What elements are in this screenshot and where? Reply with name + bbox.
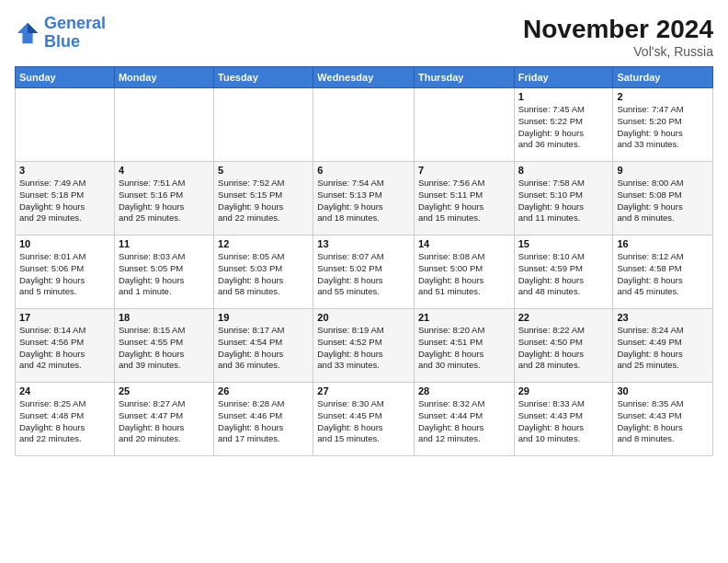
calendar-cell: 18Sunrise: 8:15 AM Sunset: 4:55 PM Dayli… bbox=[114, 309, 213, 383]
day-number: 30 bbox=[617, 385, 709, 396]
calendar-cell: 13Sunrise: 8:07 AM Sunset: 5:02 PM Dayli… bbox=[313, 236, 415, 309]
logo: General Blue bbox=[15, 15, 106, 52]
calendar-cell: 27Sunrise: 8:30 AM Sunset: 4:45 PM Dayli… bbox=[313, 383, 415, 456]
day-number: 28 bbox=[418, 385, 510, 396]
day-number: 9 bbox=[617, 165, 709, 176]
calendar-cell: 28Sunrise: 8:32 AM Sunset: 4:44 PM Dayli… bbox=[414, 383, 514, 456]
calendar-cell: 16Sunrise: 8:12 AM Sunset: 4:58 PM Dayli… bbox=[613, 236, 713, 309]
day-info: Sunrise: 7:54 AM Sunset: 5:13 PM Dayligh… bbox=[317, 178, 410, 224]
calendar-cell: 24Sunrise: 8:25 AM Sunset: 4:48 PM Dayli… bbox=[16, 383, 115, 456]
day-info: Sunrise: 8:00 AM Sunset: 5:08 PM Dayligh… bbox=[617, 178, 709, 224]
day-number: 2 bbox=[617, 91, 709, 102]
svg-marker-1 bbox=[28, 23, 38, 33]
logo-text: General Blue bbox=[44, 15, 106, 52]
day-info: Sunrise: 7:52 AM Sunset: 5:15 PM Dayligh… bbox=[218, 178, 309, 224]
day-info: Sunrise: 8:22 AM Sunset: 4:50 PM Dayligh… bbox=[518, 325, 609, 372]
calendar-cell: 10Sunrise: 8:01 AM Sunset: 5:06 PM Dayli… bbox=[16, 236, 115, 309]
calendar-cell: 11Sunrise: 8:03 AM Sunset: 5:05 PM Dayli… bbox=[114, 236, 213, 309]
day-number: 16 bbox=[617, 238, 709, 249]
calendar-cell bbox=[16, 88, 115, 162]
calendar-cell: 20Sunrise: 8:19 AM Sunset: 4:52 PM Dayli… bbox=[313, 309, 415, 383]
day-number: 11 bbox=[119, 238, 210, 249]
day-number: 13 bbox=[317, 238, 410, 249]
day-info: Sunrise: 8:33 AM Sunset: 4:43 PM Dayligh… bbox=[518, 398, 609, 445]
calendar-cell: 17Sunrise: 8:14 AM Sunset: 4:56 PM Dayli… bbox=[16, 309, 115, 383]
calendar-week-2: 3Sunrise: 7:49 AM Sunset: 5:18 PM Daylig… bbox=[16, 162, 713, 236]
day-number: 26 bbox=[218, 385, 309, 396]
day-number: 21 bbox=[418, 312, 510, 323]
month-title: November 2024 bbox=[523, 15, 713, 44]
day-info: Sunrise: 7:58 AM Sunset: 5:10 PM Dayligh… bbox=[518, 178, 609, 224]
calendar-cell: 21Sunrise: 8:20 AM Sunset: 4:51 PM Dayli… bbox=[414, 309, 514, 383]
day-number: 17 bbox=[19, 312, 110, 323]
day-info: Sunrise: 8:10 AM Sunset: 4:59 PM Dayligh… bbox=[518, 251, 609, 298]
calendar-cell: 15Sunrise: 8:10 AM Sunset: 4:59 PM Dayli… bbox=[514, 236, 613, 309]
day-number: 25 bbox=[119, 385, 210, 396]
day-number: 24 bbox=[19, 385, 110, 396]
calendar-cell: 1Sunrise: 7:45 AM Sunset: 5:22 PM Daylig… bbox=[514, 88, 613, 162]
day-info: Sunrise: 8:25 AM Sunset: 4:48 PM Dayligh… bbox=[19, 398, 110, 445]
day-number: 6 bbox=[317, 165, 410, 176]
day-info: Sunrise: 8:24 AM Sunset: 4:49 PM Dayligh… bbox=[617, 325, 709, 372]
page: General Blue November 2024 Vol'sk, Russi… bbox=[0, 0, 728, 563]
day-number: 18 bbox=[119, 312, 210, 323]
calendar-week-3: 10Sunrise: 8:01 AM Sunset: 5:06 PM Dayli… bbox=[16, 236, 713, 309]
day-number: 7 bbox=[418, 165, 510, 176]
day-number: 4 bbox=[119, 165, 210, 176]
location: Vol'sk, Russia bbox=[523, 44, 713, 59]
day-number: 20 bbox=[317, 312, 410, 323]
day-info: Sunrise: 7:51 AM Sunset: 5:16 PM Dayligh… bbox=[119, 178, 210, 224]
day-info: Sunrise: 8:32 AM Sunset: 4:44 PM Dayligh… bbox=[418, 398, 510, 445]
header-monday: Monday bbox=[114, 67, 213, 88]
logo-icon bbox=[15, 20, 40, 46]
calendar-cell: 30Sunrise: 8:35 AM Sunset: 4:43 PM Dayli… bbox=[613, 383, 713, 456]
day-info: Sunrise: 8:30 AM Sunset: 4:45 PM Dayligh… bbox=[317, 398, 410, 445]
title-section: November 2024 Vol'sk, Russia bbox=[523, 15, 713, 59]
day-number: 27 bbox=[317, 385, 410, 396]
day-info: Sunrise: 8:14 AM Sunset: 4:56 PM Dayligh… bbox=[19, 325, 110, 372]
day-info: Sunrise: 8:12 AM Sunset: 4:58 PM Dayligh… bbox=[617, 251, 709, 298]
header-saturday: Saturday bbox=[613, 67, 713, 88]
calendar: Sunday Monday Tuesday Wednesday Thursday… bbox=[15, 66, 713, 456]
calendar-cell: 23Sunrise: 8:24 AM Sunset: 4:49 PM Dayli… bbox=[613, 309, 713, 383]
day-number: 3 bbox=[19, 165, 110, 176]
calendar-cell: 26Sunrise: 8:28 AM Sunset: 4:46 PM Dayli… bbox=[214, 383, 313, 456]
day-number: 23 bbox=[617, 312, 709, 323]
calendar-cell: 19Sunrise: 8:17 AM Sunset: 4:54 PM Dayli… bbox=[214, 309, 313, 383]
calendar-week-5: 24Sunrise: 8:25 AM Sunset: 4:48 PM Dayli… bbox=[16, 383, 713, 456]
calendar-cell: 6Sunrise: 7:54 AM Sunset: 5:13 PM Daylig… bbox=[313, 162, 415, 236]
calendar-week-4: 17Sunrise: 8:14 AM Sunset: 4:56 PM Dayli… bbox=[16, 309, 713, 383]
day-number: 15 bbox=[518, 238, 609, 249]
calendar-cell bbox=[214, 88, 313, 162]
calendar-cell: 22Sunrise: 8:22 AM Sunset: 4:50 PM Dayli… bbox=[514, 309, 613, 383]
day-info: Sunrise: 8:27 AM Sunset: 4:47 PM Dayligh… bbox=[119, 398, 210, 445]
calendar-cell: 14Sunrise: 8:08 AM Sunset: 5:00 PM Dayli… bbox=[414, 236, 514, 309]
calendar-cell bbox=[114, 88, 213, 162]
header-tuesday: Tuesday bbox=[214, 67, 313, 88]
calendar-cell: 25Sunrise: 8:27 AM Sunset: 4:47 PM Dayli… bbox=[114, 383, 213, 456]
day-info: Sunrise: 8:08 AM Sunset: 5:00 PM Dayligh… bbox=[418, 251, 510, 298]
day-number: 10 bbox=[19, 238, 110, 249]
header: General Blue November 2024 Vol'sk, Russi… bbox=[15, 15, 713, 59]
day-info: Sunrise: 8:15 AM Sunset: 4:55 PM Dayligh… bbox=[119, 325, 210, 372]
day-info: Sunrise: 8:28 AM Sunset: 4:46 PM Dayligh… bbox=[218, 398, 309, 445]
day-info: Sunrise: 8:20 AM Sunset: 4:51 PM Dayligh… bbox=[418, 325, 510, 372]
calendar-cell: 4Sunrise: 7:51 AM Sunset: 5:16 PM Daylig… bbox=[114, 162, 213, 236]
day-info: Sunrise: 8:17 AM Sunset: 4:54 PM Dayligh… bbox=[218, 325, 309, 372]
calendar-cell: 3Sunrise: 7:49 AM Sunset: 5:18 PM Daylig… bbox=[16, 162, 115, 236]
day-info: Sunrise: 7:49 AM Sunset: 5:18 PM Dayligh… bbox=[19, 178, 110, 224]
calendar-cell: 2Sunrise: 7:47 AM Sunset: 5:20 PM Daylig… bbox=[613, 88, 713, 162]
calendar-week-1: 1Sunrise: 7:45 AM Sunset: 5:22 PM Daylig… bbox=[16, 88, 713, 162]
header-wednesday: Wednesday bbox=[313, 67, 415, 88]
calendar-cell bbox=[414, 88, 514, 162]
day-info: Sunrise: 8:03 AM Sunset: 5:05 PM Dayligh… bbox=[119, 251, 210, 298]
day-number: 14 bbox=[418, 238, 510, 249]
header-sunday: Sunday bbox=[16, 67, 115, 88]
day-number: 22 bbox=[518, 312, 609, 323]
day-number: 12 bbox=[218, 238, 309, 249]
day-info: Sunrise: 7:56 AM Sunset: 5:11 PM Dayligh… bbox=[418, 178, 510, 224]
calendar-cell: 5Sunrise: 7:52 AM Sunset: 5:15 PM Daylig… bbox=[214, 162, 313, 236]
header-thursday: Thursday bbox=[414, 67, 514, 88]
header-friday: Friday bbox=[514, 67, 613, 88]
day-info: Sunrise: 8:07 AM Sunset: 5:02 PM Dayligh… bbox=[317, 251, 410, 298]
